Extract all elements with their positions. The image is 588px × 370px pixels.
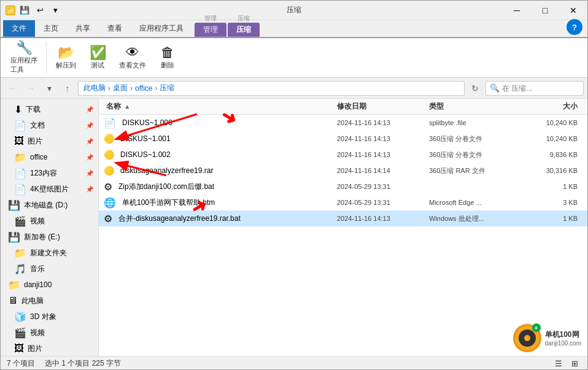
file-date: 2024-11-16 14:13: [337, 215, 429, 222]
sidebar-item-pictures2[interactable]: 🖼 图片: [1, 341, 98, 356]
file-list: 名称 ▲ 修改日期 类型 大小 📄 DISKUS~1.000 2024-11-1…: [99, 99, 587, 356]
sidebar-item-localdisk-d[interactable]: 💾 本地磁盘 (D:): [1, 197, 98, 213]
file-icon: ⚙: [104, 181, 112, 193]
tab-manage[interactable]: 管理: [195, 23, 226, 37]
ribbon-toolbar: 🔧 应用程序工具 📂 解压到 ✅ 测试 👁 查看文件 🗑 删除: [1, 37, 587, 78]
file-icon: 📄: [104, 117, 116, 129]
maximize-button[interactable]: □: [531, 1, 559, 20]
column-headers: 名称 ▲ 修改日期 类型 大小: [99, 99, 587, 115]
path-desktop[interactable]: 桌面: [113, 83, 128, 93]
sidebar-item-123content[interactable]: 📄 123内容 📌: [1, 165, 98, 181]
file-date: 2024-11-16 14:13: [337, 135, 429, 142]
file-name: DISKUS~1.001: [118, 134, 337, 143]
view-file-button[interactable]: 👁 查看文件: [114, 40, 151, 75]
tab-apptools[interactable]: 应用程序工具: [131, 20, 192, 37]
address-path[interactable]: 此电脑 › 桌面 › office › 压缩: [78, 81, 465, 96]
search-box[interactable]: 🔍: [485, 81, 584, 96]
list-view-button[interactable]: ☰: [552, 357, 565, 371]
details-view-button[interactable]: ⊞: [568, 357, 581, 371]
table-row[interactable]: 🟡 DISKUS~1.001 2024-11-16 14:13 360压缩 分卷…: [99, 131, 587, 147]
statusbar: 7 个项目 选中 1 个项目 225 字节 ☰ ⊞: [1, 356, 587, 370]
save-icon[interactable]: 💾: [18, 4, 31, 17]
file-name: 合并-diskusageanalyzerfree19.rar.bat: [116, 214, 337, 224]
file-date: 2024-11-16 14:13: [337, 151, 429, 158]
file-name: DISKUS~1.002: [118, 150, 337, 159]
sidebar-item-download[interactable]: ⬇ 下载 📌: [1, 101, 98, 117]
window-controls: ─ □ ✕: [503, 1, 587, 20]
file-type: Microsoft Edge ...: [429, 199, 527, 206]
back-button[interactable]: ←: [4, 80, 20, 96]
sidebar-item-documents[interactable]: 📄 文档 📌: [1, 117, 98, 133]
file-size: 30,316 KB: [527, 167, 582, 174]
table-row[interactable]: 🟡 diskusageanalyzerfree19.rar 2024-11-16…: [99, 163, 587, 179]
file-date: 2024-11-16 14:14: [337, 167, 429, 174]
file-name: Zip添加danji100.com后缀.bat: [116, 182, 337, 192]
sidebar-item-video2[interactable]: 🎬 视频: [1, 325, 98, 341]
col-header-size[interactable]: 大小: [527, 101, 582, 112]
file-type: 360压缩 分卷文件: [429, 150, 527, 160]
file-type: 360压缩 分卷文件: [429, 134, 527, 144]
file-name: diskusageanalyzerfree19.rar: [118, 166, 337, 175]
sidebar-item-3dobjects[interactable]: 🧊 3D 对象: [1, 309, 98, 325]
file-icon: 🌐: [104, 197, 116, 209]
apptools-button[interactable]: 🔧 应用程序工具: [6, 40, 42, 75]
tab-file[interactable]: 文件: [3, 20, 35, 37]
separator1: [46, 42, 47, 73]
col-header-name[interactable]: 名称 ▲: [104, 101, 337, 112]
file-date: 2024-11-16 14:13: [337, 119, 429, 126]
undo-icon[interactable]: ↩: [33, 4, 47, 17]
sidebar-item-music1[interactable]: 🎵 音乐: [1, 261, 98, 277]
sidebar-item-danji100[interactable]: 📁 danji100: [1, 277, 98, 293]
col-header-type[interactable]: 类型: [429, 101, 527, 112]
table-row[interactable]: 🟡 DISKUS~1.002 2024-11-16 14:13 360压缩 分卷…: [99, 147, 587, 163]
tab-view[interactable]: 查看: [99, 20, 131, 37]
path-office[interactable]: office: [135, 84, 152, 93]
file-icon: 🟡: [104, 166, 114, 175]
file-type: splitbyte .file: [429, 119, 527, 126]
dropdown-icon[interactable]: ▾: [48, 4, 62, 17]
window-title: 压缩: [287, 5, 301, 15]
file-name: DISKUS~1.000: [120, 118, 337, 127]
file-icon: 🟡: [104, 150, 114, 160]
refresh-button[interactable]: ↻: [467, 80, 483, 96]
tab-home[interactable]: 主页: [35, 20, 67, 37]
status-total: 7 个项目: [7, 358, 35, 369]
sidebar: ⬇ 下载 📌 📄 文档 📌 🖼 图片 📌 📁 office 📌 📄: [1, 99, 99, 356]
window-icon: 📁: [6, 6, 15, 15]
file-type: 360压缩 RAR 文件: [429, 166, 527, 175]
sidebar-item-thispc[interactable]: 🖥 此电脑: [1, 293, 98, 309]
col-header-date[interactable]: 修改日期: [337, 101, 429, 112]
search-input[interactable]: [502, 84, 579, 93]
search-icon: 🔍: [490, 83, 500, 93]
addressbar: ← → ▾ ↑ 此电脑 › 桌面 › office › 压缩 ↻ 🔍: [1, 78, 587, 99]
tab-compress[interactable]: 压缩: [228, 23, 260, 37]
table-row[interactable]: ⚙ Zip添加danji100.com后缀.bat 2024-05-29 13:…: [99, 179, 587, 195]
sidebar-item-newadd-e[interactable]: 💾 新加卷 (E:): [1, 229, 98, 245]
file-size: 1 KB: [527, 183, 582, 190]
sidebar-item-office[interactable]: 📁 office 📌: [1, 149, 98, 165]
file-icon: ⚙: [104, 213, 112, 225]
minimize-button[interactable]: ─: [503, 1, 531, 20]
up-button[interactable]: ↑: [60, 80, 75, 96]
file-date: 2024-05-29 13:31: [337, 183, 429, 190]
help-button[interactable]: ?: [567, 19, 582, 35]
file-date: 2024-05-29 13:31: [337, 199, 429, 206]
window: 📁 💾 ↩ ▾ 压缩 ─ □ ✕ 文件 主页 共享: [0, 0, 588, 370]
extract-button[interactable]: 📂 解压到: [50, 40, 81, 75]
forward-button[interactable]: →: [23, 80, 39, 96]
close-button[interactable]: ✕: [559, 1, 587, 20]
file-size: 10,240 KB: [527, 135, 582, 142]
path-computer[interactable]: 此电脑: [83, 83, 106, 93]
table-row[interactable]: 📄 DISKUS~1.000 2024-11-16 14:13 splitbyt…: [99, 115, 587, 131]
path-compress[interactable]: 压缩: [160, 83, 174, 93]
sidebar-item-video1[interactable]: 🎬 视频: [1, 213, 98, 229]
dropdown-nav-button[interactable]: ▾: [41, 80, 57, 96]
table-row[interactable]: 🌐 单机100手游网下载帮助.htm 2024-05-29 13:31 Micr…: [99, 195, 587, 210]
delete-button[interactable]: 🗑 删除: [152, 40, 183, 75]
tab-share[interactable]: 共享: [67, 20, 99, 37]
sidebar-item-4kwallpaper[interactable]: 📄 4K壁纸图片 📌: [1, 181, 98, 197]
sidebar-item-newfolder[interactable]: 📁 新建文件夹: [1, 245, 98, 261]
table-row[interactable]: ⚙ 合并-diskusageanalyzerfree19.rar.bat 202…: [99, 210, 587, 226]
test-button[interactable]: ✅ 测试: [82, 40, 113, 75]
sidebar-item-pictures[interactable]: 🖼 图片 📌: [1, 133, 98, 149]
